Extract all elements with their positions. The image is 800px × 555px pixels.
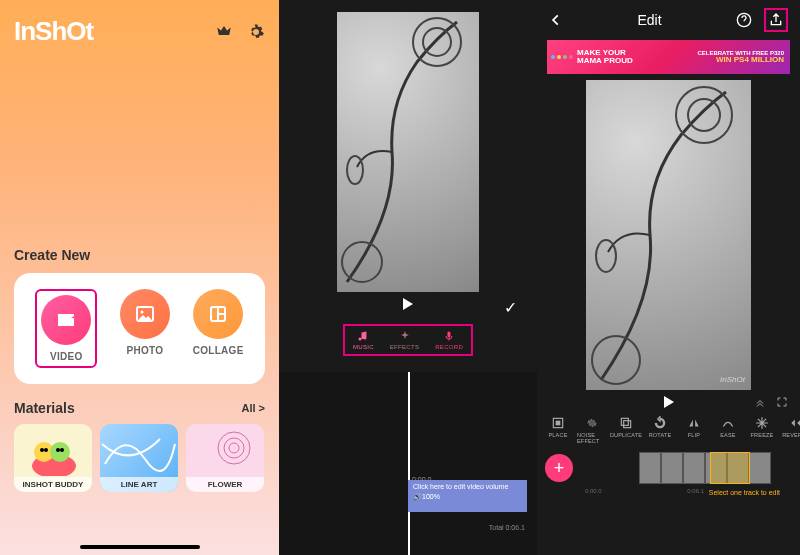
collapse-icon[interactable] [754,396,766,408]
gear-icon[interactable] [247,23,265,41]
video-button[interactable]: VIDEO [41,295,91,362]
svg-point-12 [218,432,250,464]
ad-line2: MAMA PROUD [577,57,633,65]
confirm-button[interactable]: ✓ [504,298,517,317]
svg-point-11 [60,448,64,452]
materials-heading: Materials [14,400,75,416]
flower-art [186,424,264,476]
thumb-frame[interactable] [749,452,771,484]
tool-label: ROTATE [649,432,672,438]
reverse-tool[interactable]: REVERSE [781,416,800,444]
home-panel: InShOt Create New VIDEO PHOTO [0,0,279,555]
svg-point-18 [347,156,363,184]
create-card: VIDEO PHOTO COLLAGE [14,273,265,384]
timeline-end: 0:06.1 [687,488,704,494]
rotate-tool[interactable]: ROTATE [645,416,675,444]
music-tab[interactable]: MUSIC [353,330,374,350]
tool-label: PLACE [548,432,567,438]
material-item[interactable]: INSHOT BUDDY [14,424,92,492]
total-duration: Total 0:06.1 [489,524,525,531]
home-indicator [80,545,200,549]
rotate-icon [653,416,667,430]
back-icon[interactable] [549,13,563,27]
preview-canvas[interactable]: InShOt [586,80,751,390]
thumbnail-timeline[interactable]: + Select one track to edit 0:00.0 0:06.1 [537,452,800,484]
share-icon[interactable] [768,12,784,28]
tool-label: DUPLICATE [610,432,642,438]
mic-icon [443,330,455,342]
svg-point-24 [596,240,616,272]
all-link[interactable]: All > [241,402,265,414]
help-icon[interactable] [736,12,752,28]
audio-editor-panel: ✓ MUSIC EFFECTS RECORD 0:00.0 Click here… [279,0,537,555]
svg-point-1 [140,311,143,314]
play-button[interactable] [403,298,413,310]
collage-label: COLLAGE [193,345,244,356]
tool-label: NOISE EFFECT [577,432,607,444]
tool-label: FLIP [688,432,700,438]
volume-label: 🔊100% [413,493,522,501]
brand-logo: InShOt [14,16,93,47]
photo-button[interactable]: PHOTO [120,289,170,368]
music-icon [357,330,369,342]
duplicate-icon [619,416,633,430]
svg-rect-28 [624,421,631,428]
freeze-icon [755,416,769,430]
material-item[interactable]: FLOWER [186,424,264,492]
flip-icon [687,416,701,430]
material-item[interactable]: LINE ART [100,424,178,492]
tool-label: EASE [720,432,735,438]
select-hint: Select one track to edit [709,489,780,496]
video-label: VIDEO [50,351,83,362]
flip-tool[interactable]: FLIP [679,416,709,444]
buddy-art [14,424,92,476]
collage-button[interactable]: COLLAGE [193,289,244,368]
place-icon [551,416,565,430]
duplicate-tool[interactable]: DUPLICATE [611,416,641,444]
svg-point-8 [40,448,44,452]
video-clip[interactable]: Click here to edit video volume 🔊100% [408,480,527,512]
sparkle-icon [399,330,411,342]
add-button[interactable]: + [545,454,573,482]
preview-canvas[interactable] [337,12,479,292]
fullscreen-icon[interactable] [776,396,788,408]
timeline-cursor[interactable] [408,372,410,555]
thumb-frame[interactable] [639,452,661,484]
ease-tool[interactable]: EASE [713,416,743,444]
ad-banner[interactable]: MAKE YOUR MAMA PROUD CELEBRATE WITH FREE… [547,40,790,74]
tool-row: PLACE NOISE EFFECT DUPLICATE ROTATE FLIP… [537,408,800,452]
svg-rect-27 [621,418,628,425]
svg-rect-26 [556,421,561,426]
audio-tabs-highlight: MUSIC EFFECTS RECORD [343,324,473,356]
thumb-frame[interactable] [661,452,683,484]
collage-icon [206,302,230,326]
photo-icon [133,302,157,326]
noise-tool[interactable]: NOISE EFFECT [577,416,607,444]
svg-point-22 [688,99,720,131]
play-button[interactable] [664,396,674,408]
record-tab[interactable]: RECORD [435,330,463,350]
wave-icon [585,416,599,430]
svg-point-14 [229,443,239,453]
svg-point-7 [50,442,70,462]
svg-point-15 [413,18,461,66]
svg-point-9 [44,448,48,452]
tool-label: REVERSE [782,432,800,438]
tool-label: FREEZE [751,432,774,438]
timeline[interactable]: 0:00.0 Click here to edit video volume 🔊… [279,372,537,555]
ease-icon [721,416,735,430]
ad-r2: WIN PS4 MILLION [716,56,784,64]
clapperboard-icon [54,308,78,332]
thumb-frame[interactable] [683,452,705,484]
effects-tab[interactable]: EFFECTS [390,330,419,350]
selection-box[interactable] [710,452,750,484]
reverse-icon [789,416,800,430]
svg-point-10 [56,448,60,452]
crown-icon[interactable] [215,23,233,41]
svg-point-23 [592,336,640,384]
freeze-tool[interactable]: FREEZE [747,416,777,444]
music-tab-label: MUSIC [353,344,374,350]
watermark[interactable]: InShOt [720,375,745,384]
place-tool[interactable]: PLACE [543,416,573,444]
record-tab-label: RECORD [435,344,463,350]
